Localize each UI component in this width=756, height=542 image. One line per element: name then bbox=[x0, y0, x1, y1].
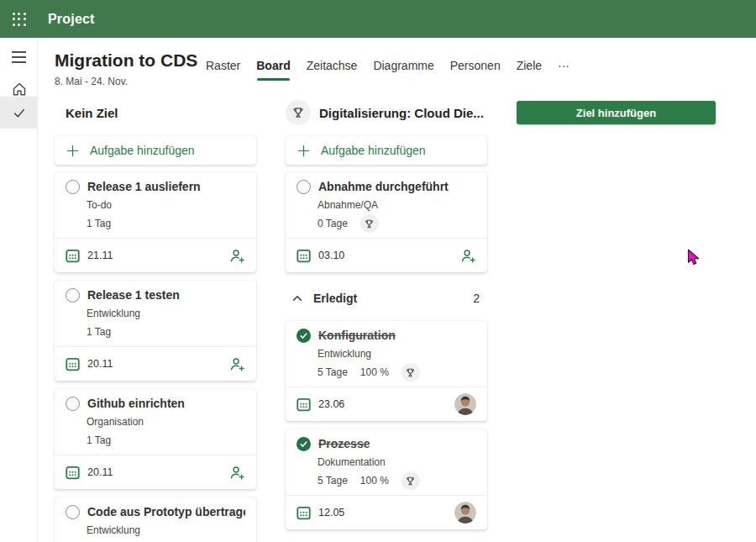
trophy-icon bbox=[405, 367, 416, 378]
board-columns: Aufgabe hinzufügen Release 1 ausliefern … bbox=[55, 136, 487, 542]
due-date: 20.11 bbox=[66, 357, 113, 371]
due-date-text: 20.11 bbox=[87, 466, 113, 478]
column-header-goal: Digitalisierung: Cloud Die... bbox=[286, 100, 487, 125]
check-icon bbox=[299, 439, 308, 449]
done-section-count: 2 bbox=[473, 292, 480, 305]
complete-checkbox[interactable] bbox=[66, 288, 80, 303]
bucket-label: Dokumentation bbox=[318, 456, 476, 468]
calendar-icon bbox=[66, 466, 80, 480]
due-date: 20.11 bbox=[66, 466, 113, 480]
task-card[interactable]: Abnahme durchgeführt Abnahme/QA 0 Tage bbox=[286, 172, 487, 272]
done-section-label: Erledigt bbox=[313, 292, 357, 305]
calendar-icon bbox=[297, 249, 311, 263]
check-icon bbox=[299, 331, 308, 340]
assign-person-icon[interactable] bbox=[229, 465, 245, 481]
tab-zeitachse[interactable]: Zeitachse bbox=[307, 58, 358, 73]
assign-person-icon[interactable] bbox=[460, 248, 476, 264]
assign-person-icon[interactable] bbox=[229, 248, 245, 264]
trophy-icon bbox=[291, 106, 305, 119]
task-title: Github einrichten bbox=[87, 397, 185, 410]
due-date-text: 21.11 bbox=[87, 250, 113, 261]
due-date-text: 03.10 bbox=[318, 250, 344, 261]
tab-diagramme[interactable]: Diagramme bbox=[373, 58, 433, 73]
home-icon bbox=[11, 81, 28, 97]
menu-button[interactable] bbox=[0, 41, 38, 73]
goal-badge bbox=[402, 363, 420, 382]
tab-personen[interactable]: Personen bbox=[450, 58, 501, 73]
task-card[interactable]: Release 1 ausliefern To-do 1 Tag 21.11 bbox=[55, 172, 256, 272]
task-card[interactable]: Code aus Prototyp übertragen Entwicklung bbox=[55, 497, 256, 542]
app-title: Project bbox=[48, 12, 95, 27]
view-tabs: Raster Board Zeitachse Diagramme Persone… bbox=[206, 58, 570, 73]
due-date-text: 23.06 bbox=[318, 398, 344, 410]
app-launcher-icon[interactable] bbox=[0, 0, 38, 38]
duration-label: 1 Tag bbox=[87, 218, 111, 229]
project-board-screen: Project Migration to CDS 8. Mai - 24. No… bbox=[0, 0, 756, 542]
complete-checkbox[interactable] bbox=[66, 397, 80, 411]
percent-label: 100 % bbox=[360, 475, 389, 487]
completed-checkbox[interactable] bbox=[297, 437, 311, 451]
due-date: 21.11 bbox=[66, 249, 113, 263]
bucket-label: Entwicklung bbox=[318, 348, 476, 360]
add-task-button[interactable]: Aufgabe hinzufügen bbox=[286, 136, 487, 165]
goal-badge bbox=[402, 471, 420, 490]
task-title: Abnahme durchgeführt bbox=[318, 180, 449, 193]
task-card[interactable]: Github einrichten Organisation 1 Tag 20.… bbox=[55, 389, 256, 489]
waffle-icon bbox=[13, 13, 26, 26]
plus-icon bbox=[297, 144, 311, 158]
trophy-icon bbox=[364, 218, 375, 229]
completed-checkbox[interactable] bbox=[297, 329, 311, 343]
project-header: Migration to CDS 8. Mai - 24. Nov. bbox=[55, 50, 197, 87]
tab-board[interactable]: Board bbox=[256, 58, 290, 73]
duration-label: 5 Tage bbox=[318, 366, 348, 378]
app-topbar: Project bbox=[0, 0, 756, 38]
assignee-avatar[interactable] bbox=[454, 393, 476, 415]
assign-person-icon[interactable] bbox=[229, 356, 245, 372]
column-digitalisierung: Aufgabe hinzufügen Abnahme durchgeführt … bbox=[286, 136, 487, 538]
complete-checkbox[interactable] bbox=[66, 180, 80, 194]
task-title: Code aus Prototyp übertragen bbox=[87, 505, 245, 518]
task-title: Release 1 ausliefern bbox=[87, 180, 201, 193]
goal-trophy-circle bbox=[286, 100, 311, 125]
task-card-completed[interactable]: Prozesse Dokumentation 5 Tage 100 % bbox=[286, 429, 487, 529]
goal-badge bbox=[360, 214, 379, 233]
calendar-icon bbox=[66, 357, 80, 371]
done-section-toggle[interactable]: Erledigt 2 bbox=[286, 289, 487, 308]
tab-more[interactable]: ··· bbox=[558, 58, 570, 73]
task-card-completed[interactable]: Konfiguration Entwicklung 5 Tage 100 % bbox=[286, 321, 487, 421]
task-title: Prozesse bbox=[318, 437, 370, 450]
add-goal-button[interactable]: Ziel hinzufügen bbox=[517, 101, 716, 124]
due-date: 03.10 bbox=[297, 249, 344, 263]
add-task-label: Aufgabe hinzufügen bbox=[321, 144, 426, 157]
tab-ziele[interactable]: Ziele bbox=[517, 58, 542, 73]
task-title: Release 1 testen bbox=[87, 288, 180, 302]
task-card[interactable]: Release 1 testen Entwicklung 1 Tag 20.11 bbox=[55, 281, 256, 381]
duration-label: 5 Tage bbox=[318, 475, 348, 487]
main-content: Migration to CDS 8. Mai - 24. Nov. Raste… bbox=[38, 38, 756, 542]
duration-label: 1 Tag bbox=[87, 434, 111, 446]
board-header-row: Kein Ziel Digitalisierung: Cloud Die... … bbox=[55, 100, 756, 125]
project-title: Migration to CDS bbox=[55, 50, 197, 71]
bucket-label: Entwicklung bbox=[87, 308, 245, 319]
chevron-up-icon bbox=[291, 292, 303, 304]
due-date-text: 12.05 bbox=[318, 507, 344, 518]
column-kein-ziel: Aufgabe hinzufügen Release 1 ausliefern … bbox=[55, 136, 256, 542]
plus-icon bbox=[66, 144, 80, 158]
complete-checkbox[interactable] bbox=[66, 505, 80, 519]
add-task-label: Aufgabe hinzufügen bbox=[90, 144, 195, 157]
bucket-label: Abnahme/QA bbox=[318, 199, 476, 211]
nav-tasks-button-selected[interactable] bbox=[0, 97, 38, 129]
add-task-button[interactable]: Aufgabe hinzufügen bbox=[55, 136, 256, 165]
duration-label: 0 Tage bbox=[318, 218, 348, 229]
checkmark-icon bbox=[12, 105, 27, 120]
column-header-kein-ziel: Kein Ziel bbox=[55, 106, 256, 120]
due-date-text: 20.11 bbox=[87, 358, 113, 370]
tab-raster[interactable]: Raster bbox=[206, 58, 240, 73]
complete-checkbox[interactable] bbox=[297, 180, 311, 194]
hamburger-icon bbox=[12, 51, 26, 63]
calendar-icon bbox=[297, 506, 311, 520]
task-title: Konfiguration bbox=[318, 329, 396, 342]
assignee-avatar[interactable] bbox=[454, 502, 476, 524]
bucket-label: Organisation bbox=[87, 416, 245, 428]
duration-label: 1 Tag bbox=[87, 326, 111, 338]
